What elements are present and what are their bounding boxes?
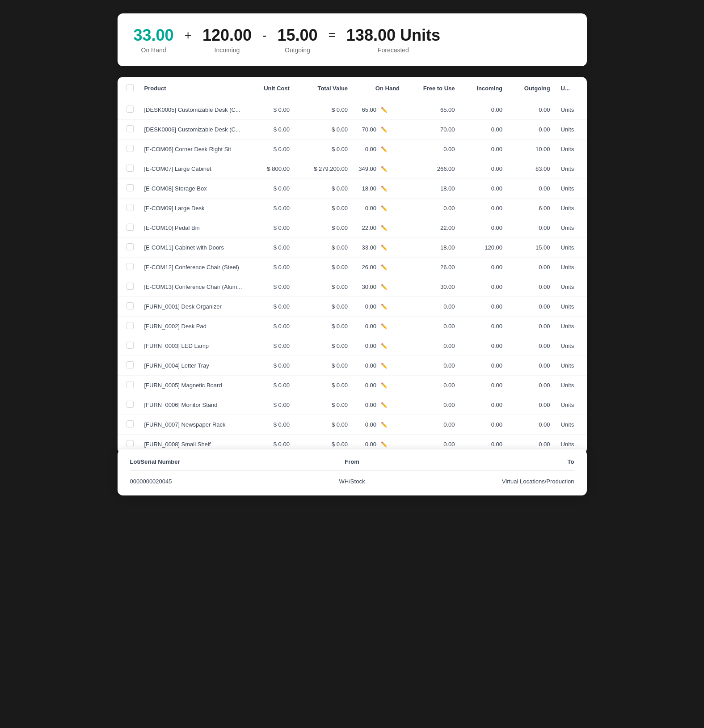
row-unit-cost: $ 0.00 bbox=[247, 199, 295, 218]
row-product[interactable]: [E-COM11] Cabinet with Doors bbox=[139, 238, 248, 258]
row-product[interactable]: [DESK0006] Customizable Desk (C... bbox=[139, 120, 248, 140]
row-free-to-use: 0.00 bbox=[405, 336, 460, 356]
tooltip-data-row: 0000000020045 WH/Stock Virtual Locations… bbox=[130, 476, 574, 487]
row-product[interactable]: [E-COM08] Storage Box bbox=[139, 179, 248, 199]
row-total-value: $ 0.00 bbox=[295, 199, 353, 218]
row-product[interactable]: [FURN_0005] Magnetic Board bbox=[139, 376, 248, 395]
lot-tooltip-card: Lot/Serial Number From To 0000000020045 … bbox=[118, 449, 587, 495]
row-unit: Units bbox=[556, 297, 587, 317]
row-product[interactable]: [E-COM13] Conference Chair (Alum... bbox=[139, 277, 248, 297]
row-checkbox[interactable] bbox=[126, 440, 134, 447]
row-on-hand-value: 26.00 bbox=[358, 264, 376, 271]
row-product[interactable]: [FURN_0002] Desk Pad bbox=[139, 317, 248, 336]
row-checkbox[interactable] bbox=[126, 322, 134, 329]
row-outgoing: 0.00 bbox=[508, 277, 556, 297]
header-unit-cost: Unit Cost bbox=[247, 77, 295, 100]
outgoing-label: Outgoing bbox=[285, 47, 310, 54]
table-row: [FURN_0005] Magnetic Board $ 0.00 $ 0.00… bbox=[118, 376, 587, 395]
edit-on-hand-icon[interactable]: ✏️ bbox=[381, 205, 388, 212]
edit-on-hand-icon[interactable]: ✏️ bbox=[381, 304, 388, 310]
edit-on-hand-icon[interactable]: ✏️ bbox=[381, 284, 388, 290]
row-checkbox[interactable] bbox=[126, 302, 134, 309]
row-on-hand-cell: 0.00 ✏️ bbox=[353, 317, 405, 336]
row-outgoing: 15.00 bbox=[508, 238, 556, 258]
edit-on-hand-icon[interactable]: ✏️ bbox=[381, 422, 388, 428]
row-on-hand-value: 70.00 bbox=[358, 126, 376, 133]
row-checkbox[interactable] bbox=[126, 243, 134, 250]
row-outgoing: 0.00 bbox=[508, 395, 556, 415]
row-unit: Units bbox=[556, 415, 587, 435]
row-product[interactable]: [E-COM10] Pedal Bin bbox=[139, 218, 248, 238]
main-container: 33.00 On Hand + 120.00 Incoming - 15.00 … bbox=[118, 13, 587, 495]
row-product[interactable]: [E-COM09] Large Desk bbox=[139, 199, 248, 218]
row-product[interactable]: [FURN_0001] Desk Organizer bbox=[139, 297, 248, 317]
row-product[interactable]: [FURN_0006] Monitor Stand bbox=[139, 395, 248, 415]
on-hand-value: 33.00 bbox=[134, 26, 174, 45]
row-unit: Units bbox=[556, 120, 587, 140]
row-unit-cost: $ 0.00 bbox=[247, 297, 295, 317]
row-on-hand-value: 0.00 bbox=[358, 303, 376, 310]
row-incoming: 0.00 bbox=[460, 199, 508, 218]
row-checkbox[interactable] bbox=[126, 283, 134, 290]
row-outgoing: 0.00 bbox=[508, 317, 556, 336]
row-product[interactable]: [FURN_0003] LED Lamp bbox=[139, 336, 248, 356]
table-row: [E-COM08] Storage Box $ 0.00 $ 0.00 18.0… bbox=[118, 179, 587, 199]
row-checkbox[interactable] bbox=[126, 224, 134, 231]
header-free-to-use: Free to Use bbox=[405, 77, 460, 100]
header-total-value: Total Value bbox=[295, 77, 353, 100]
row-checkbox[interactable] bbox=[126, 204, 134, 211]
edit-on-hand-icon[interactable]: ✏️ bbox=[381, 186, 388, 192]
row-product[interactable]: [FURN_0007] Newspaper Rack bbox=[139, 415, 248, 435]
row-checkbox[interactable] bbox=[126, 125, 134, 132]
row-unit-cost: $ 0.00 bbox=[247, 317, 295, 336]
row-checkbox-cell bbox=[118, 140, 139, 159]
edit-on-hand-icon[interactable]: ✏️ bbox=[381, 127, 388, 133]
row-checkbox[interactable] bbox=[126, 361, 134, 368]
row-on-hand-cell: 0.00 ✏️ bbox=[353, 140, 405, 159]
edit-on-hand-icon[interactable]: ✏️ bbox=[381, 245, 388, 251]
row-product[interactable]: [E-COM12] Conference Chair (Steel) bbox=[139, 258, 248, 277]
row-on-hand-value: 18.00 bbox=[358, 185, 376, 192]
row-checkbox[interactable] bbox=[126, 106, 134, 113]
row-checkbox[interactable] bbox=[126, 145, 134, 152]
row-product[interactable]: [DESK0005] Customizable Desk (C... bbox=[139, 100, 248, 120]
row-unit-cost: $ 0.00 bbox=[247, 218, 295, 238]
forecasted-label: Forecasted bbox=[378, 47, 409, 54]
edit-on-hand-icon[interactable]: ✏️ bbox=[381, 363, 388, 369]
row-checkbox[interactable] bbox=[126, 401, 134, 408]
row-unit-cost: $ 0.00 bbox=[247, 100, 295, 120]
row-checkbox[interactable] bbox=[126, 381, 134, 388]
edit-on-hand-icon[interactable]: ✏️ bbox=[381, 402, 388, 408]
row-outgoing: 0.00 bbox=[508, 336, 556, 356]
row-checkbox[interactable] bbox=[126, 263, 134, 270]
row-unit: Units bbox=[556, 100, 587, 120]
row-on-hand-value: 0.00 bbox=[358, 343, 376, 349]
row-on-hand-value: 0.00 bbox=[358, 402, 376, 408]
row-product[interactable]: [E-COM07] Large Cabinet bbox=[139, 159, 248, 179]
row-free-to-use: 0.00 bbox=[405, 317, 460, 336]
edit-on-hand-icon[interactable]: ✏️ bbox=[381, 323, 388, 330]
edit-on-hand-icon[interactable]: ✏️ bbox=[381, 343, 388, 349]
row-checkbox[interactable] bbox=[126, 342, 134, 349]
edit-on-hand-icon[interactable]: ✏️ bbox=[381, 264, 388, 271]
edit-on-hand-icon[interactable]: ✏️ bbox=[381, 382, 388, 389]
select-all-checkbox[interactable] bbox=[126, 84, 134, 91]
row-checkbox[interactable] bbox=[126, 184, 134, 191]
row-checkbox[interactable] bbox=[126, 165, 134, 172]
row-total-value: $ 0.00 bbox=[295, 100, 353, 120]
table-row: [DESK0006] Customizable Desk (C... $ 0.0… bbox=[118, 120, 587, 140]
edit-on-hand-icon[interactable]: ✏️ bbox=[381, 166, 388, 172]
row-product[interactable]: [FURN_0004] Letter Tray bbox=[139, 356, 248, 376]
row-unit: Units bbox=[556, 317, 587, 336]
row-incoming: 0.00 bbox=[460, 100, 508, 120]
edit-on-hand-icon[interactable]: ✏️ bbox=[381, 107, 388, 113]
row-on-hand-cell: 65.00 ✏️ bbox=[353, 100, 405, 120]
row-total-value: $ 0.00 bbox=[295, 376, 353, 395]
row-incoming: 0.00 bbox=[460, 336, 508, 356]
row-unit: Units bbox=[556, 356, 587, 376]
edit-on-hand-icon[interactable]: ✏️ bbox=[381, 225, 388, 231]
edit-on-hand-icon[interactable]: ✏️ bbox=[381, 441, 388, 448]
edit-on-hand-icon[interactable]: ✏️ bbox=[381, 146, 388, 152]
row-product[interactable]: [E-COM06] Corner Desk Right Sit bbox=[139, 140, 248, 159]
row-checkbox[interactable] bbox=[126, 420, 134, 427]
